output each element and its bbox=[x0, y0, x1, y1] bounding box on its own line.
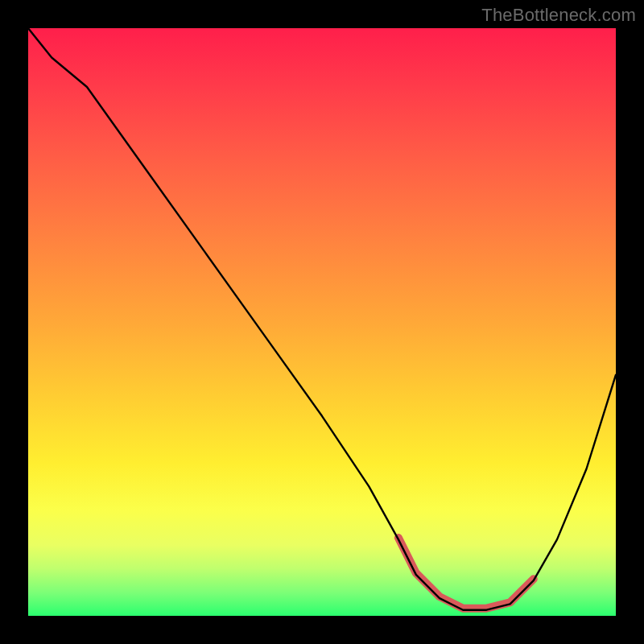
chart-frame: TheBottleneck.com bbox=[0, 0, 644, 644]
optimal-range-highlight bbox=[398, 538, 534, 609]
watermark-text: TheBottleneck.com bbox=[481, 5, 636, 26]
curve-layer bbox=[28, 28, 616, 616]
plot-area bbox=[28, 28, 616, 616]
bottleneck-curve bbox=[28, 28, 616, 610]
